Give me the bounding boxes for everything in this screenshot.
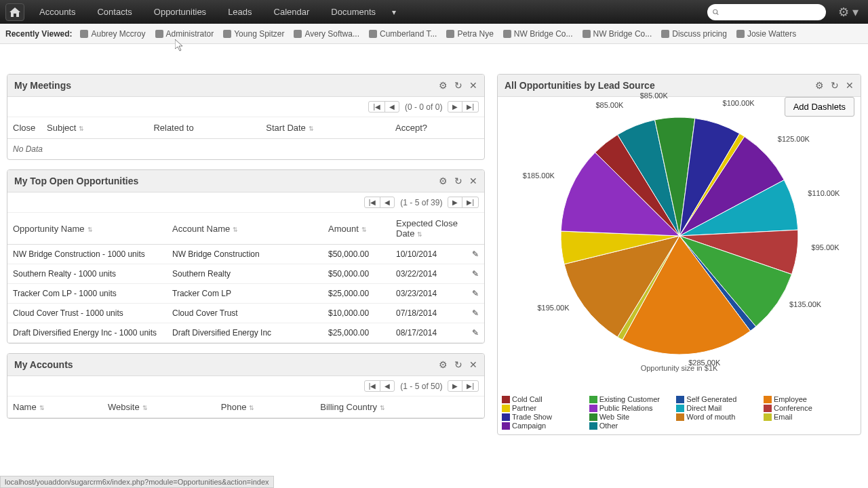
nav-documents[interactable]: Documents bbox=[321, 1, 385, 22]
close-icon[interactable]: ✕ bbox=[469, 80, 477, 91]
table-row[interactable]: Southern Realty - 1000 unitsSouthern Rea… bbox=[7, 264, 484, 284]
pager-next-last[interactable]: ▶▶| bbox=[448, 380, 479, 392]
legend-swatch bbox=[589, 405, 597, 412]
dashlet-my-accounts: My Accounts ⚙ ↻ ✕ |◀◀ (1 - 5 of 50) ▶▶| … bbox=[7, 353, 485, 419]
legend-item[interactable]: Direct Mail bbox=[676, 404, 764, 412]
col-subject[interactable]: Subject bbox=[47, 123, 76, 133]
table-row[interactable]: Draft Diversified Energy Inc - 1000 unit… bbox=[7, 323, 484, 343]
table-row[interactable]: NW Bridge Construction - 1000 unitsNW Br… bbox=[7, 245, 484, 264]
pager-text: (1 - 5 of 50) bbox=[400, 382, 442, 391]
recent-item[interactable]: Aubrey Mccroy bbox=[80, 29, 145, 39]
legend-swatch bbox=[764, 405, 772, 412]
col-related[interactable]: Related to bbox=[153, 123, 193, 133]
nav-opportunities[interactable]: Opportunities bbox=[144, 1, 216, 22]
nav-more[interactable]: ▾ bbox=[385, 2, 403, 22]
legend-item[interactable]: Self Generated bbox=[676, 395, 764, 403]
col-country[interactable]: Billing Country bbox=[320, 402, 377, 412]
settings-gear-icon[interactable]: ⚙ ▾ bbox=[834, 5, 863, 20]
edit-icon[interactable]: ✎ bbox=[467, 245, 484, 264]
legend-swatch bbox=[764, 396, 772, 403]
col-amount[interactable]: Amount bbox=[328, 224, 359, 234]
pager-first-prev[interactable]: |◀◀ bbox=[368, 101, 399, 113]
pie-chart: Opportunity size in $1K $85.00K$85.00K$1… bbox=[498, 97, 861, 395]
col-phone[interactable]: Phone bbox=[221, 402, 247, 412]
nav-calendar[interactable]: Calendar bbox=[264, 1, 319, 22]
edit-icon[interactable]: ✎ bbox=[467, 323, 484, 343]
refresh-icon[interactable]: ↻ bbox=[454, 80, 462, 91]
nav-contacts[interactable]: Contacts bbox=[87, 1, 141, 22]
table-row[interactable]: Cloud Cover Trust - 1000 unitsCloud Cove… bbox=[7, 304, 484, 323]
legend-item[interactable]: Trade Show bbox=[502, 413, 589, 421]
gear-icon[interactable]: ⚙ bbox=[815, 80, 824, 91]
legend-swatch bbox=[676, 405, 684, 412]
pie-slice-label: $185.00K bbox=[523, 171, 555, 180]
recent-item[interactable]: Josie Watters bbox=[736, 29, 796, 39]
entity-icon bbox=[583, 30, 591, 38]
home-button[interactable] bbox=[5, 3, 24, 21]
col-opp-name[interactable]: Opportunity Name bbox=[13, 224, 85, 234]
search-input[interactable] bbox=[719, 7, 821, 17]
close-icon[interactable]: ✕ bbox=[469, 359, 477, 370]
col-close[interactable]: Close bbox=[13, 123, 35, 133]
legend-item[interactable]: Other bbox=[589, 422, 677, 430]
legend-item[interactable]: Campaign bbox=[502, 422, 589, 430]
pie-slice-label: $125.00K bbox=[778, 135, 810, 143]
col-website[interactable]: Website bbox=[108, 402, 140, 412]
legend-item[interactable]: Email bbox=[764, 413, 851, 421]
edit-icon[interactable]: ✎ bbox=[467, 264, 484, 284]
legend-item[interactable]: Employee bbox=[764, 395, 851, 403]
legend-item[interactable]: Public Relations bbox=[589, 404, 677, 412]
legend-item[interactable]: Partner bbox=[502, 404, 589, 412]
pager-first-prev[interactable]: |◀◀ bbox=[364, 197, 395, 208]
recent-item[interactable]: Petra Nye bbox=[446, 29, 493, 39]
edit-icon[interactable]: ✎ bbox=[467, 284, 484, 304]
pie-slice-label: $85.00K bbox=[640, 92, 668, 100]
refresh-icon[interactable]: ↻ bbox=[454, 359, 462, 370]
dashlet-my-opportunities: My Top Open Opportunities ⚙ ↻ ✕ |◀◀ (1 -… bbox=[7, 169, 485, 344]
legend-item[interactable]: Existing Customer bbox=[589, 395, 677, 403]
no-data: No Data bbox=[7, 139, 484, 159]
col-close-date[interactable]: Expected Close Date bbox=[396, 218, 458, 239]
entity-icon bbox=[736, 30, 745, 38]
legend-swatch bbox=[589, 413, 597, 421]
dashlet-opportunities-by-lead-source: All Opportunities by Lead Source ⚙ ↻ ✕ O… bbox=[497, 74, 861, 435]
entity-icon bbox=[223, 30, 231, 38]
legend-item[interactable]: Cold Call bbox=[502, 395, 589, 403]
pager-next-last[interactable]: ▶▶| bbox=[448, 197, 479, 208]
col-accept[interactable]: Accept? bbox=[395, 123, 427, 133]
gear-icon[interactable]: ⚙ bbox=[439, 80, 448, 91]
legend-swatch bbox=[502, 422, 510, 430]
search-box[interactable] bbox=[707, 4, 826, 20]
entity-icon bbox=[446, 30, 454, 38]
nav-accounts[interactable]: Accounts bbox=[30, 1, 85, 22]
recently-viewed-label: Recently Viewed: bbox=[5, 29, 72, 39]
recent-item[interactable]: Administrator bbox=[155, 29, 214, 39]
recent-item[interactable]: Discuss pricing bbox=[661, 29, 727, 39]
col-name[interactable]: Name bbox=[13, 402, 37, 412]
col-start[interactable]: Start Date bbox=[266, 123, 306, 133]
chart-caption: Opportunity size in $1K bbox=[505, 364, 854, 372]
col-account[interactable]: Account Name bbox=[172, 224, 230, 234]
legend-item[interactable]: Word of mouth bbox=[676, 413, 764, 421]
recent-item[interactable]: Young Spitzer bbox=[223, 29, 284, 39]
recent-item[interactable]: Cumberland T... bbox=[369, 29, 437, 39]
close-icon[interactable]: ✕ bbox=[846, 80, 854, 91]
gear-icon[interactable]: ⚙ bbox=[439, 359, 448, 370]
recent-item[interactable]: NW Bridge Co... bbox=[583, 29, 652, 39]
edit-icon[interactable]: ✎ bbox=[467, 304, 484, 323]
nav-leads[interactable]: Leads bbox=[218, 1, 261, 22]
pager-next-last[interactable]: ▶▶| bbox=[448, 101, 479, 113]
gear-icon[interactable]: ⚙ bbox=[439, 176, 448, 186]
recent-item[interactable]: Avery Softwa... bbox=[294, 29, 359, 39]
refresh-icon[interactable]: ↻ bbox=[454, 176, 462, 186]
legend-item[interactable]: Conference bbox=[764, 404, 851, 412]
recent-item[interactable]: NW Bridge Co... bbox=[503, 29, 573, 39]
legend-swatch bbox=[589, 396, 597, 403]
chart-legend: Cold CallExisting CustomerSelf Generated… bbox=[498, 395, 861, 434]
table-row[interactable]: Tracker Com LP - 1000 unitsTracker Com L… bbox=[7, 284, 484, 304]
pager-first-prev[interactable]: |◀◀ bbox=[364, 380, 395, 392]
legend-item[interactable]: Web Site bbox=[589, 413, 677, 421]
refresh-icon[interactable]: ↻ bbox=[831, 80, 839, 91]
svg-point-0 bbox=[713, 9, 717, 14]
close-icon[interactable]: ✕ bbox=[469, 176, 477, 186]
